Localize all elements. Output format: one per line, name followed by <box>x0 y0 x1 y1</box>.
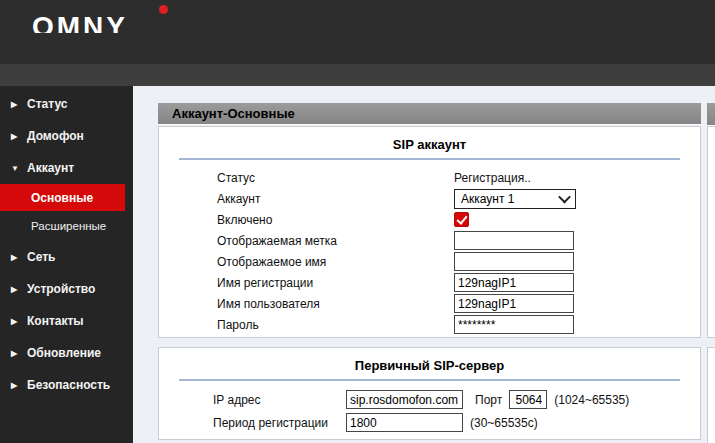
ip-address-input[interactable] <box>346 390 463 409</box>
sip-account-panel: SIP аккаунт Статус Регистрация.. Аккаунт… <box>158 126 701 338</box>
triangle-down-icon: ▼ <box>11 164 20 173</box>
title-underline <box>179 158 680 160</box>
sidebar-item-device[interactable]: ▶ Устройство <box>0 273 133 305</box>
registration-period-input[interactable] <box>346 413 463 432</box>
triangle-right-icon: ▶ <box>11 381 20 390</box>
sidebar-item-security[interactable]: ▶ Безопасность <box>0 369 133 401</box>
username-input[interactable] <box>454 294 574 313</box>
port-range-hint: (1024~65535) <box>554 393 629 407</box>
sidebar-item-upgrade[interactable]: ▶ Обновление <box>0 337 133 369</box>
triangle-right-icon: ▶ <box>11 285 20 294</box>
display-label-label: Отображаемая метка <box>217 234 454 248</box>
username-row: Имя пользователя <box>159 293 700 314</box>
sidebar-item-label: Контакты <box>27 314 84 328</box>
status-label: Статус <box>217 171 454 185</box>
password-input[interactable] <box>454 315 574 334</box>
display-label-row: Отображаемая метка <box>159 230 700 251</box>
account-row: Аккаунт Аккаунт 1 <box>159 188 700 209</box>
display-name-row: Отображаемое имя <box>159 251 700 272</box>
triangle-right-icon: ▶ <box>11 132 20 141</box>
register-name-label: Имя регистрации <box>217 276 454 290</box>
sidebar-subitem-label: Основные <box>31 191 93 205</box>
sidebar-item-label: Статус <box>27 97 67 111</box>
ip-address-row: IP адрес Порт (1024~65535) <box>159 388 700 411</box>
sidebar-subitem-advanced[interactable]: Расширенные <box>0 211 133 241</box>
username-label: Имя пользователя <box>217 297 454 311</box>
sip-account-title: SIP аккаунт <box>159 137 700 152</box>
display-name-input[interactable] <box>454 252 574 271</box>
chevron-down-icon <box>558 191 571 204</box>
password-row: Пароль <box>159 314 700 335</box>
header-bottom-band <box>0 64 715 86</box>
sidebar-item-label: Обновление <box>27 346 101 360</box>
logo-strike-decoration <box>29 33 155 36</box>
register-name-row: Имя регистрации <box>159 272 700 293</box>
sidebar-item-network[interactable]: ▶ Сеть <box>0 241 133 273</box>
enabled-row: Включено <box>159 209 700 230</box>
app-header: OMNY <box>0 0 715 64</box>
triangle-right-icon: ▶ <box>11 349 20 358</box>
status-value: Регистрация.. <box>454 171 531 185</box>
password-label: Пароль <box>217 318 454 332</box>
account-select[interactable]: Аккаунт 1 <box>454 189 576 209</box>
clipped-panel-edge <box>707 347 715 443</box>
account-label: Аккаунт <box>217 192 454 206</box>
register-name-input[interactable] <box>454 273 574 292</box>
sidebar-item-account[interactable]: ▼ Аккаунт <box>0 152 133 184</box>
sidebar: ▶ Статус ▶ Домофон ▼ Аккаунт Основные Ра… <box>0 86 133 443</box>
status-row: Статус Регистрация.. <box>159 167 700 188</box>
sidebar-subitem-label: Расширенные <box>31 220 106 232</box>
port-input[interactable] <box>509 390 547 409</box>
registration-period-row: Период регистрации (30~65535с) <box>159 411 700 434</box>
sidebar-item-intercom[interactable]: ▶ Домофон <box>0 120 133 152</box>
sidebar-item-label: Сеть <box>27 250 55 264</box>
sidebar-item-label: Устройство <box>27 282 95 296</box>
port-label: Порт <box>475 393 502 407</box>
sidebar-subitem-basic[interactable]: Основные <box>0 184 125 211</box>
section-header-bar: Аккаунт-Основные <box>158 103 701 125</box>
sidebar-item-contacts[interactable]: ▶ Контакты <box>0 305 133 337</box>
sidebar-item-status[interactable]: ▶ Статус <box>0 88 133 120</box>
display-name-label: Отображаемое имя <box>217 255 454 269</box>
triangle-right-icon: ▶ <box>11 253 20 262</box>
logo-red-dot-icon <box>159 5 168 14</box>
primary-sip-server-panel: Первичный SIP-сервер IP адрес Порт (1024… <box>158 347 701 440</box>
clipped-right-column <box>707 86 715 443</box>
sidebar-item-label: Аккаунт <box>27 161 74 175</box>
display-label-input[interactable] <box>454 231 574 250</box>
clipped-panel-edge <box>707 126 715 338</box>
primary-server-title: Первичный SIP-сервер <box>159 358 700 373</box>
omny-logo: OMNY <box>32 13 128 41</box>
sidebar-item-label: Домофон <box>27 129 84 143</box>
ip-address-label: IP адрес <box>213 393 346 407</box>
title-underline <box>179 379 680 381</box>
triangle-right-icon: ▶ <box>11 317 20 326</box>
sidebar-item-label: Безопасность <box>27 378 110 392</box>
clipped-section-bar <box>707 103 715 126</box>
main-content: Аккаунт-Основные SIP аккаунт Статус Реги… <box>133 86 715 443</box>
triangle-right-icon: ▶ <box>11 100 20 109</box>
enabled-checkbox[interactable] <box>454 212 469 227</box>
registration-period-label: Период регистрации <box>213 416 346 430</box>
account-select-value: Аккаунт 1 <box>461 192 514 206</box>
period-range-hint: (30~65535с) <box>470 416 538 430</box>
enabled-label: Включено <box>217 213 454 227</box>
